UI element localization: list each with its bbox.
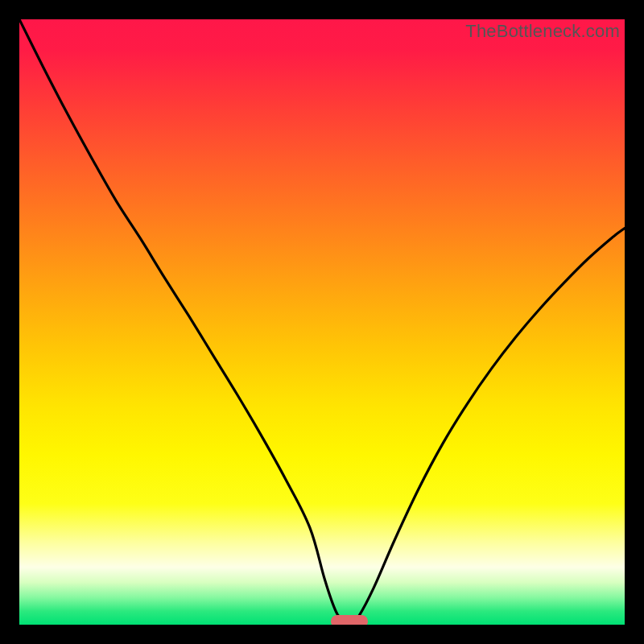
bottleneck-curve bbox=[19, 19, 625, 625]
chart-frame: TheBottleneck.com bbox=[0, 0, 644, 644]
curve-layer bbox=[19, 19, 625, 625]
plot-area: TheBottleneck.com bbox=[19, 19, 625, 625]
minimum-marker bbox=[331, 615, 368, 625]
watermark-text: TheBottleneck.com bbox=[465, 21, 620, 42]
